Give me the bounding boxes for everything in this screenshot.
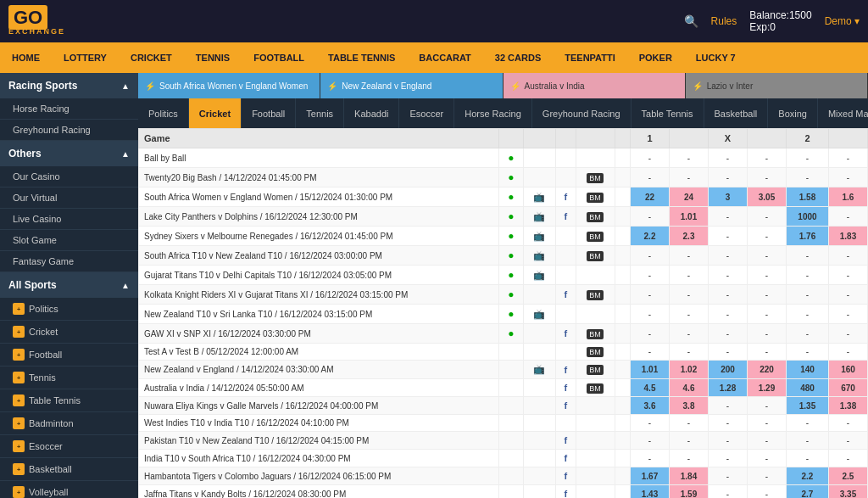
sidebar-item-tennis[interactable]: +Tennis	[0, 367, 138, 389]
odds-cell[interactable]: 3.8	[670, 397, 709, 415]
odds-cell[interactable]: 670	[828, 379, 867, 397]
odds-cell[interactable]: 2.3	[670, 227, 709, 246]
odds-cell[interactable]: 1.43	[631, 485, 670, 499]
sidebar-item-basketball[interactable]: +Basketball	[0, 458, 138, 481]
sidebar-item-our-virtual[interactable]: Our Virtual	[0, 187, 138, 209]
nav-item-lucky-7[interactable]: LUCKY 7	[684, 42, 748, 73]
live-banner-2[interactable]: ⚡Australia v India	[504, 73, 686, 98]
game-name-cell[interactable]: New Zealand T10 v Sri Lanka T10 / 16/12/…	[139, 305, 499, 324]
odds-cell[interactable]: 3	[709, 187, 748, 207]
tab-table-tennis[interactable]: Table Tennis	[632, 98, 704, 128]
odds-cell[interactable]: 3.05	[748, 187, 787, 207]
game-name-cell[interactable]: Pakistan T10 v New Zealand T10 / 16/12/2…	[139, 432, 499, 450]
odds-cell[interactable]: 3.6	[631, 397, 670, 415]
odds-cell[interactable]: 1.01	[631, 361, 670, 379]
tab-greyhound-racing[interactable]: Greyhound Racing	[532, 98, 632, 128]
odds-cell[interactable]: 1.38	[828, 397, 867, 415]
live-banner-1[interactable]: ⚡New Zealand v England	[320, 73, 503, 98]
odds-cell[interactable]: 4.5	[631, 379, 670, 397]
sidebar-item-fantasy-game[interactable]: Fantasy Game	[0, 251, 138, 272]
tab-esoccer[interactable]: Esoccer	[399, 98, 454, 128]
nav-item-tennis[interactable]: TENNIS	[184, 42, 242, 73]
sidebar-item-football[interactable]: +Football	[0, 344, 138, 367]
odds-cell[interactable]: 1.83	[828, 227, 867, 246]
sidebar-item-esoccer[interactable]: +Esoccer	[0, 435, 138, 458]
tab-tennis[interactable]: Tennis	[296, 98, 344, 128]
rules-link[interactable]: Rules	[711, 15, 737, 27]
game-name-cell[interactable]: Nuwara Eliya Kings v Galle Marvels / 16/…	[139, 397, 499, 415]
sidebar-item-live-casino[interactable]: Live Casino	[0, 209, 138, 230]
odds-cell[interactable]: 24	[670, 187, 709, 207]
odds-cell[interactable]: 1.76	[787, 227, 829, 246]
game-name-cell[interactable]: Jaffna Titans v Kandy Bolts / 16/12/2024…	[139, 485, 499, 499]
sidebar-item-politics[interactable]: +Politics	[0, 298, 138, 321]
odds-cell[interactable]: 200	[709, 361, 748, 379]
odds-cell[interactable]: 220	[748, 361, 787, 379]
sidebar-item-our-casino[interactable]: Our Casino	[0, 166, 138, 187]
events-table-container[interactable]: Game 1 X 2 Ball by Ball●------Tw	[138, 128, 868, 498]
nav-item-cricket[interactable]: CRICKET	[119, 42, 184, 73]
sidebar-section-sports[interactable]: All Sports ▲	[0, 272, 138, 298]
odds-cell[interactable]: 1.01	[670, 207, 709, 227]
odds-cell[interactable]: 1000	[787, 207, 829, 227]
game-name-cell[interactable]: Test A v Test B / 05/12/2024 12:00:00 AM	[139, 344, 499, 361]
odds-cell[interactable]: 1.02	[670, 361, 709, 379]
game-name-cell[interactable]: Twenty20 Big Bash / 14/12/2024 01:45:00 …	[139, 168, 499, 187]
game-name-cell[interactable]: New Zealand v England / 14/12/2024 03:30…	[139, 361, 499, 379]
game-name-cell[interactable]: South Africa T10 v New Zealand T10 / 16/…	[139, 246, 499, 266]
sidebar-item-badminton[interactable]: +Badminton	[0, 412, 138, 435]
sidebar-item-cricket[interactable]: +Cricket	[0, 321, 138, 344]
odds-cell[interactable]: 1.67	[631, 467, 670, 485]
game-name-cell[interactable]: South Africa Women v England Women / 15/…	[139, 187, 499, 207]
nav-item-table-tennis[interactable]: TABLE TENNIS	[316, 42, 407, 73]
tab-cricket[interactable]: Cricket	[189, 98, 242, 128]
sidebar-section-racing[interactable]: Racing Sports ▲	[0, 73, 138, 98]
odds-cell[interactable]: 140	[787, 361, 829, 379]
odds-cell[interactable]: 2.2	[787, 467, 829, 485]
tab-mixed-martial-arts[interactable]: Mixed Martial Arts	[818, 98, 868, 128]
sidebar-section-others[interactable]: Others ▲	[0, 141, 138, 166]
odds-cell[interactable]: 1.59	[670, 485, 709, 499]
odds-cell[interactable]: 1.6	[828, 187, 867, 207]
game-name-cell[interactable]: GAW XI v SNP XI / 16/12/2024 03:30:00 PM	[139, 324, 499, 344]
odds-cell[interactable]: 4.6	[670, 379, 709, 397]
odds-cell[interactable]: 160	[828, 361, 867, 379]
search-icon[interactable]: 🔍	[684, 14, 698, 28]
odds-cell[interactable]: 1.35	[787, 397, 829, 415]
game-name-cell[interactable]: Lake City Panthers v Dolphins / 16/12/20…	[139, 207, 499, 227]
odds-cell[interactable]: 1.84	[670, 467, 709, 485]
odds-cell[interactable]: 1.29	[748, 379, 787, 397]
sidebar-item-greyhound-racing[interactable]: Greyhound Racing	[0, 120, 138, 141]
odds-cell[interactable]: 3.35	[828, 485, 867, 499]
game-name-cell[interactable]: Hambantota Tigers v Colombo Jaguars / 16…	[139, 467, 499, 485]
tab-basketball[interactable]: Basketball	[704, 98, 769, 128]
odds-cell[interactable]: 480	[787, 379, 829, 397]
sidebar-item-table-tennis[interactable]: +Table Tennis	[0, 389, 138, 412]
game-name-cell[interactable]: Ball by Ball	[139, 148, 499, 168]
game-name-cell[interactable]: Australia v India / 14/12/2024 05:50:00 …	[139, 379, 499, 397]
live-banner-0[interactable]: ⚡South Africa Women v England Women	[138, 73, 320, 98]
odds-cell[interactable]: 1.58	[787, 187, 829, 207]
odds-cell[interactable]: 2.5	[828, 467, 867, 485]
tab-horse-racing[interactable]: Horse Racing	[454, 98, 532, 128]
sidebar-item-volleyball[interactable]: +Volleyball	[0, 481, 138, 498]
tab-football[interactable]: Football	[242, 98, 296, 128]
tab-politics[interactable]: Politics	[138, 98, 189, 128]
nav-item-lottery[interactable]: LOTTERY	[52, 42, 119, 73]
game-name-cell[interactable]: Sydney Sixers v Melbourne Renegades / 16…	[139, 227, 499, 246]
tab-boxing[interactable]: Boxing	[768, 98, 818, 128]
nav-item-teenpatti[interactable]: TEENPATTI	[553, 42, 626, 73]
demo-button[interactable]: Demo ▾	[825, 15, 860, 27]
nav-item-baccarat[interactable]: BACCARAT	[407, 42, 483, 73]
sidebar-item-horse-racing[interactable]: Horse Racing	[0, 98, 138, 120]
odds-cell[interactable]: 2.7	[787, 485, 829, 499]
odds-cell[interactable]: 2.2	[631, 227, 670, 246]
nav-item-poker[interactable]: POKER	[627, 42, 684, 73]
odds-cell[interactable]: 1.28	[709, 379, 748, 397]
sidebar-item-slot-game[interactable]: Slot Game	[0, 230, 138, 251]
game-name-cell[interactable]: India T10 v South Africa T10 / 16/12/202…	[139, 450, 499, 467]
odds-cell[interactable]: 22	[631, 187, 670, 207]
game-name-cell[interactable]: West Indies T10 v India T10 / 16/12/2024…	[139, 415, 499, 432]
nav-item-home[interactable]: HOME	[0, 42, 52, 73]
game-name-cell[interactable]: Kolkata Knight Riders XI v Gujarat Titan…	[139, 285, 499, 305]
